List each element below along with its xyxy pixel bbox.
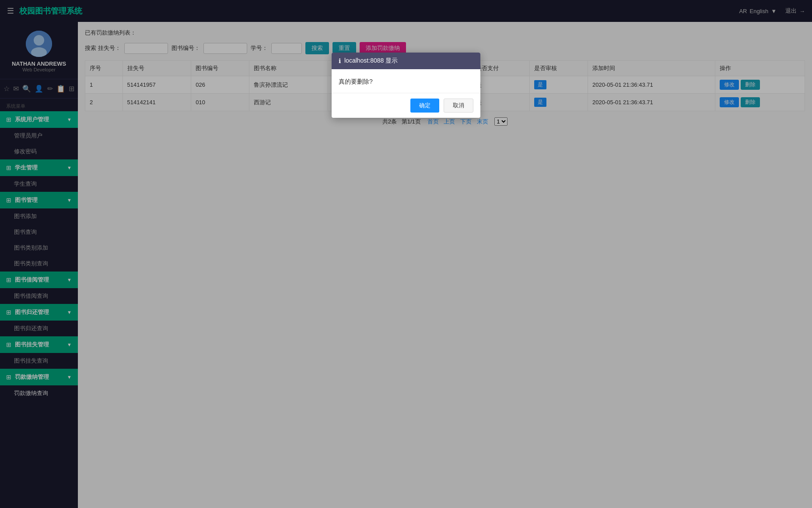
modal-box: ℹ localhost:8088 显示 真的要删除? 确定 取消 (332, 53, 480, 118)
modal-body-text: 真的要删除? (339, 78, 373, 85)
modal-overlay: ℹ localhost:8088 显示 真的要删除? 确定 取消 (0, 0, 812, 508)
modal-title: localhost:8088 显示 (344, 57, 398, 65)
modal-body: 真的要删除? (332, 69, 480, 93)
modal-confirm-button[interactable]: 确定 (410, 99, 439, 113)
modal-cancel-button[interactable]: 取消 (444, 99, 473, 113)
modal-footer: 确定 取消 (332, 93, 480, 118)
modal-info-icon: ℹ (339, 57, 341, 64)
modal-header: ℹ localhost:8088 显示 (332, 53, 480, 69)
